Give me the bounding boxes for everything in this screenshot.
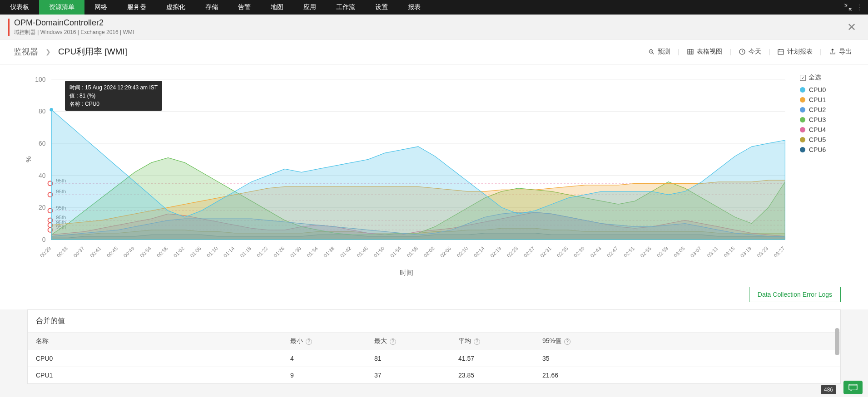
svg-text:02:06: 02:06: [439, 245, 452, 259]
nav-应用[interactable]: 应用: [293, 0, 326, 15]
nav-告警[interactable]: 告警: [228, 0, 261, 15]
svg-text:02:10: 02:10: [456, 245, 469, 259]
nav-虚拟化[interactable]: 虚拟化: [156, 0, 195, 15]
help-icon[interactable]: ?: [390, 338, 396, 345]
svg-text:01:38: 01:38: [322, 245, 336, 259]
svg-text:01:50: 01:50: [372, 245, 386, 259]
legend-CPU3[interactable]: CPU3: [800, 116, 841, 123]
chart-tooltip: 时间 : 15 Aug 2024 12:29:43 am IST 值 : 81 …: [65, 81, 162, 111]
legend-CPU1[interactable]: CPU1: [800, 96, 841, 103]
color-swatch: [800, 117, 805, 123]
today-button[interactable]: 今天: [736, 48, 764, 56]
th-name[interactable]: 名称: [28, 333, 282, 350]
svg-text:03:15: 03:15: [723, 245, 736, 259]
svg-text:03:27: 03:27: [773, 245, 786, 259]
svg-text:03:11: 03:11: [706, 245, 719, 259]
chart-area: 时间 : 15 Aug 2024 12:29:43 am IST 值 : 81 …: [0, 64, 868, 284]
action-bar: 预测 | 表格视图 | 今天 | 计划报表 | 导出: [645, 48, 854, 56]
nav-资源清单[interactable]: 资源清单: [39, 0, 84, 15]
color-swatch: [800, 87, 805, 93]
svg-text:01:22: 01:22: [256, 245, 269, 259]
table-view-button[interactable]: 表格视图: [684, 48, 725, 56]
svg-text:03:23: 03:23: [756, 245, 769, 259]
svg-text:00:41: 00:41: [89, 245, 102, 259]
table-title: 合并的值: [28, 310, 840, 333]
device-subtitle: 域控制器 | Windows 2016 | Exchange 2016 | WM…: [14, 29, 134, 36]
schedule-button[interactable]: 计划报表: [774, 48, 815, 56]
button-row: Data Collection Error Logs: [0, 284, 868, 309]
nav-工作流[interactable]: 工作流: [326, 0, 365, 15]
checkbox-icon: ✓: [800, 75, 806, 81]
svg-rect-3: [778, 49, 784, 54]
table-header-row: 名称 最小? 最大? 平均? 95%值?: [28, 333, 840, 350]
svg-text:02:35: 02:35: [556, 245, 569, 259]
calendar-icon: [777, 48, 784, 55]
color-swatch: [800, 107, 805, 113]
close-icon[interactable]: ✕: [844, 21, 859, 34]
legend-CPU5[interactable]: CPU5: [800, 136, 841, 143]
nav-设置[interactable]: 设置: [365, 0, 398, 15]
nav-仪表板[interactable]: 仪表板: [0, 0, 39, 15]
th-max[interactable]: 最大?: [366, 333, 450, 350]
svg-text:02:19: 02:19: [489, 245, 502, 259]
svg-text:02:27: 02:27: [523, 245, 536, 259]
export-button[interactable]: 导出: [826, 48, 854, 56]
th-avg[interactable]: 平均?: [450, 333, 534, 350]
help-icon[interactable]: ?: [306, 338, 312, 345]
svg-text:01:58: 01:58: [406, 245, 419, 259]
svg-text:01:18: 01:18: [239, 245, 252, 259]
legend-CPU0[interactable]: CPU0: [800, 86, 841, 93]
svg-text:02:02: 02:02: [422, 245, 436, 259]
chart-legend: ✓ 全选 CPU0CPU1CPU2CPU3CPU4CPU5CPU6: [791, 74, 841, 279]
svg-text:00:49: 00:49: [123, 245, 136, 259]
legend-CPU6[interactable]: CPU6: [800, 146, 841, 153]
collapse-icon[interactable]: [843, 3, 853, 12]
nav-right: ⋮: [843, 0, 868, 15]
nav-地图[interactable]: 地图: [261, 0, 293, 15]
table-row[interactable]: CPU048141.5735: [28, 350, 840, 367]
svg-text:00:58: 00:58: [156, 245, 169, 259]
color-swatch: [800, 137, 805, 142]
svg-text:03:03: 03:03: [673, 245, 686, 259]
th-min[interactable]: 最小?: [282, 333, 366, 350]
clock-icon: [739, 48, 746, 55]
chat-button[interactable]: [843, 381, 863, 384]
legend-CPU2[interactable]: CPU2: [800, 106, 841, 113]
nav-存储[interactable]: 存储: [195, 0, 228, 15]
legend-CPU4[interactable]: CPU4: [800, 126, 841, 133]
svg-text:01:34: 01:34: [306, 245, 319, 259]
svg-text:00:29: 00:29: [39, 245, 52, 259]
top-nav: 仪表板资源清单网络服务器虚拟化存储告警地图应用工作流设置报表 ⋮: [0, 0, 868, 15]
table-row[interactable]: CPU193723.8521.66: [28, 367, 840, 383]
table-icon: [687, 48, 694, 55]
svg-text:01:46: 01:46: [356, 245, 369, 259]
forecast-icon: [648, 48, 655, 55]
nav-服务器[interactable]: 服务器: [117, 0, 156, 15]
table-scrollbar[interactable]: [835, 328, 839, 382]
chat-icon: [848, 383, 858, 384]
status-bar: [8, 19, 10, 36]
svg-text:00:54: 00:54: [139, 245, 152, 259]
svg-text:0: 0: [42, 236, 46, 243]
svg-text:01:06: 01:06: [189, 245, 202, 259]
svg-text:02:14: 02:14: [472, 245, 486, 259]
error-logs-button[interactable]: Data Collection Error Logs: [749, 287, 841, 302]
color-swatch: [800, 97, 805, 103]
breadcrumb-root[interactable]: 监视器: [14, 46, 38, 57]
svg-text:01:02: 01:02: [173, 245, 186, 259]
svg-text:00:33: 00:33: [56, 245, 69, 259]
svg-text:02:55: 02:55: [640, 245, 653, 259]
help-icon[interactable]: ?: [564, 338, 570, 345]
svg-text:02:43: 02:43: [589, 245, 602, 259]
svg-text:02:23: 02:23: [506, 245, 519, 259]
forecast-button[interactable]: 预测: [645, 48, 673, 56]
svg-text:60: 60: [39, 140, 46, 147]
svg-text:02:51: 02:51: [623, 245, 636, 259]
th-p95[interactable]: 95%值?: [534, 333, 618, 350]
help-icon[interactable]: ?: [474, 338, 480, 345]
nav-网络[interactable]: 网络: [84, 0, 117, 15]
nav-报表[interactable]: 报表: [398, 0, 431, 15]
svg-text:01:14: 01:14: [223, 245, 236, 259]
legend-select-all[interactable]: ✓ 全选: [800, 74, 841, 82]
svg-text:80: 80: [39, 108, 46, 115]
